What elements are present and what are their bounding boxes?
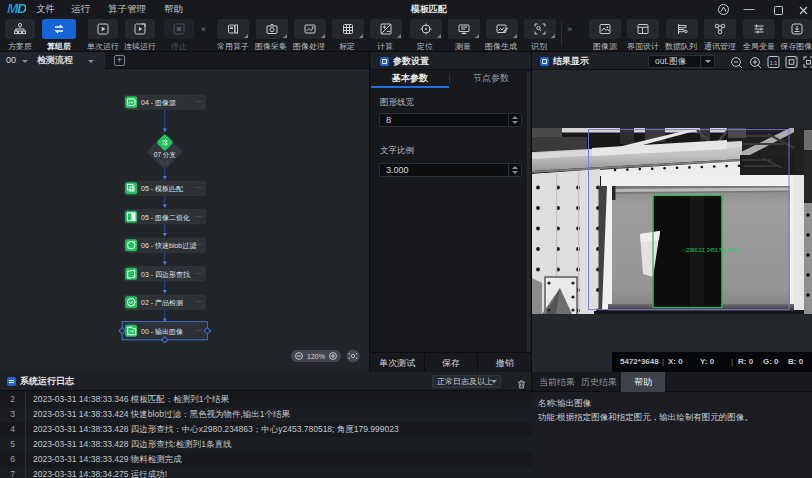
svg-text:∕ (2980.23, 2453.78, 180.0): ∕ (2980.23, 2453.78, 180.0) bbox=[682, 248, 741, 253]
svg-text:05 - 模板匹配: 05 - 模板匹配 bbox=[141, 185, 183, 193]
svg-text:04 - 图像源: 04 - 图像源 bbox=[141, 99, 176, 107]
svg-text:1:1: 1:1 bbox=[770, 60, 778, 66]
svg-text:···: ··· bbox=[195, 183, 203, 192]
svg-text:···: ··· bbox=[195, 212, 203, 221]
svg-text:120%: 120% bbox=[307, 353, 325, 360]
svg-text:···: ··· bbox=[195, 297, 203, 306]
svg-text:···: ··· bbox=[195, 240, 203, 249]
svg-text:···: ··· bbox=[195, 97, 203, 106]
svg-text:分支: 分支 bbox=[160, 159, 170, 166]
svg-text:05 - 图像二值化: 05 - 图像二值化 bbox=[141, 214, 190, 222]
svg-text:02 - 产品检测: 02 - 产品检测 bbox=[141, 299, 183, 307]
svg-text:06 - 快速blob过滤: 06 - 快速blob过滤 bbox=[141, 242, 197, 250]
svg-text:···: ··· bbox=[195, 326, 203, 335]
svg-text:···: ··· bbox=[195, 269, 203, 278]
svg-text:03 - 四边形查找: 03 - 四边形查找 bbox=[141, 271, 190, 279]
svg-text:00 - 输出图像: 00 - 输出图像 bbox=[141, 328, 183, 336]
svg-text:07 分支: 07 分支 bbox=[154, 151, 177, 159]
